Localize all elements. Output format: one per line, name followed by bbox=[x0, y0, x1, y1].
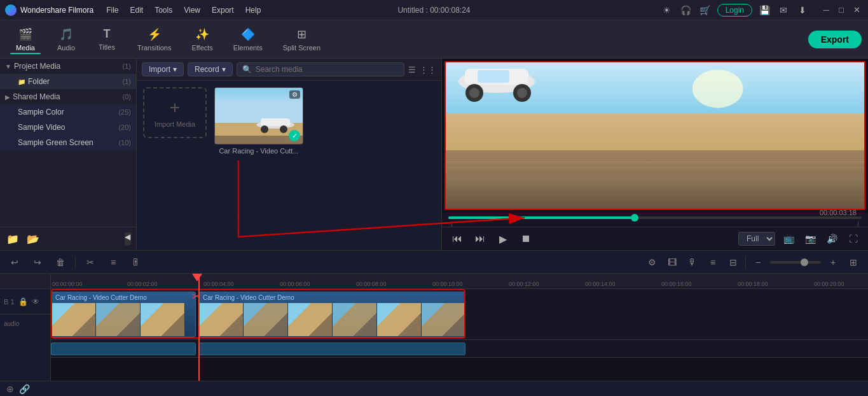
menu-edit[interactable]: Edit bbox=[125, 4, 149, 16]
media-panel: Import ▾ Record ▾ 🔍 ☰ ⋮⋮ + Import Media bbox=[137, 59, 442, 250]
menu-export[interactable]: Export bbox=[207, 4, 239, 16]
import-media-tile[interactable]: + Import Media bbox=[143, 87, 207, 138]
project-title: Untitled : 00:00:08:24 bbox=[397, 6, 470, 15]
media-thumbnail: ⚙ ✓ bbox=[214, 87, 303, 145]
audio-clip-1[interactable] bbox=[51, 343, 196, 355]
clip-thumb-9 bbox=[422, 303, 465, 336]
clip-thumb-8 bbox=[377, 303, 422, 336]
media-item-name: Car Racing - Video Cutt... bbox=[219, 147, 298, 155]
grid-icon[interactable]: ⋮⋮ bbox=[420, 65, 436, 74]
step-back-button[interactable]: ⏭ bbox=[471, 230, 489, 248]
timeline-left-controls: B 1 🔒 👁 audio bbox=[0, 274, 51, 381]
tool-media[interactable]: 🎬 Media bbox=[6, 25, 45, 54]
zoom-slider[interactable] bbox=[770, 261, 821, 264]
menu-file[interactable]: File bbox=[101, 4, 123, 16]
download-icon[interactable]: ⬇ bbox=[796, 3, 809, 17]
shared-media-item[interactable]: ▶ Shared Media (0) bbox=[0, 89, 136, 104]
login-button[interactable]: Login bbox=[717, 4, 752, 17]
headphone-icon[interactable]: 🎧 bbox=[679, 3, 693, 17]
menu-view[interactable]: View bbox=[179, 4, 205, 16]
import-folder-button[interactable]: 📂 bbox=[25, 231, 41, 246]
left-panel: ▼ Project Media (1) 📁 Folder (1) ▶ Share… bbox=[0, 59, 137, 250]
maximize-button[interactable]: □ bbox=[835, 4, 848, 17]
tool-audio[interactable]: 🎵 Audio bbox=[47, 25, 85, 54]
link-button[interactable]: 🔗 bbox=[19, 384, 30, 394]
fit-icon[interactable]: ⊞ bbox=[845, 254, 862, 271]
preview-controls: ⏮ ⏭ ▶ ⏹ Full 📺 📷 🔊 ⛶ bbox=[442, 227, 868, 250]
add-to-timeline-icon[interactable]: 📺 bbox=[780, 230, 797, 247]
menu-help[interactable]: Help bbox=[240, 4, 266, 16]
cart-icon[interactable]: 🛒 bbox=[698, 3, 712, 17]
search-input[interactable] bbox=[256, 65, 399, 74]
volume-icon[interactable]: 🔊 bbox=[823, 230, 840, 247]
tool-effects[interactable]: ✨ Effects bbox=[183, 25, 221, 54]
filter-icon[interactable]: ☰ bbox=[408, 65, 416, 74]
audio-button[interactable]: 🎚 bbox=[128, 254, 144, 271]
crop-button[interactable]: ≡ bbox=[105, 254, 121, 271]
media-item[interactable]: ⚙ ✓ Car Racing - Video Cutt... bbox=[214, 87, 303, 155]
play-button[interactable]: ▶ bbox=[494, 230, 512, 248]
chevron-down-icon: ▾ bbox=[222, 65, 226, 74]
redo-button[interactable]: ↪ bbox=[29, 254, 46, 271]
mail-icon[interactable]: ✉ bbox=[776, 3, 790, 17]
export-button[interactable]: Export bbox=[808, 31, 862, 48]
visibility-icon[interactable]: 👁 bbox=[32, 297, 39, 306]
undo-button[interactable]: ↩ bbox=[6, 254, 23, 271]
settings-icon[interactable]: ⚙ bbox=[644, 254, 660, 271]
save-icon[interactable]: 💾 bbox=[757, 3, 771, 17]
timeline-content: B 1 🔒 👁 audio 00:00:00:00 00:00:02:00 00… bbox=[0, 274, 868, 381]
timeline-right[interactable]: 00:00:00:00 00:00:02:00 00:00:04:00 00:0… bbox=[51, 274, 868, 381]
video-clip-2[interactable]: Car Racing - Video Cutter Demo bbox=[198, 292, 465, 337]
collapse-panel-button[interactable]: ◀ bbox=[125, 232, 131, 245]
tool-elements[interactable]: 🔷 Elements bbox=[224, 25, 272, 54]
track-icon[interactable]: 🎞 bbox=[664, 254, 680, 271]
minimize-button[interactable]: ─ bbox=[820, 4, 832, 17]
ruler-mark-5: 00:00:10:00 bbox=[432, 281, 463, 287]
split-screen-icon: ⊞ bbox=[297, 27, 307, 41]
speed-icon[interactable]: ≡ bbox=[705, 254, 721, 271]
search-box[interactable]: 🔍 bbox=[237, 62, 404, 76]
zoom-out-button[interactable]: − bbox=[750, 254, 766, 271]
cut-button[interactable]: ✂ bbox=[82, 254, 99, 271]
stop-button[interactable]: ⏹ bbox=[517, 230, 535, 248]
add-track-button[interactable]: ⊕ bbox=[6, 384, 14, 394]
rewind-button[interactable]: ⏮ bbox=[448, 230, 466, 248]
close-button[interactable]: ✕ bbox=[850, 4, 863, 17]
project-media-item[interactable]: ▼ Project Media (1) bbox=[0, 59, 136, 74]
video-clip-1[interactable]: Car Racing - Video Cutter Demo bbox=[51, 292, 196, 337]
clip-thumb-3 bbox=[141, 303, 185, 336]
snapshot-icon[interactable]: 📷 bbox=[802, 230, 818, 247]
new-folder-button[interactable]: 📁 bbox=[5, 231, 20, 246]
delete-button[interactable]: 🗑 bbox=[52, 254, 69, 271]
preview-progress-bar[interactable]: 00:00:03:18 bbox=[448, 216, 862, 219]
split-icon[interactable]: ⊟ bbox=[725, 254, 741, 271]
quality-select[interactable]: Full bbox=[738, 232, 775, 246]
progress-handle[interactable] bbox=[631, 214, 638, 222]
transitions-icon: ⚡ bbox=[148, 27, 162, 41]
panel-tree: ▼ Project Media (1) 📁 Folder (1) ▶ Share… bbox=[0, 59, 136, 227]
toolbar-divider bbox=[75, 256, 76, 269]
tool-split-screen[interactable]: ⊞ Split Screen bbox=[274, 25, 329, 54]
expand-icon: ▶ bbox=[5, 94, 10, 101]
sample-video-item[interactable]: Sample Video (20) bbox=[0, 120, 136, 135]
record-button[interactable]: Record ▾ bbox=[188, 62, 233, 76]
sun-icon[interactable]: ☀ bbox=[660, 3, 674, 17]
tool-titles[interactable]: T Titles bbox=[88, 25, 126, 53]
sample-color-item[interactable]: Sample Color (25) bbox=[0, 104, 136, 120]
tool-transitions[interactable]: ⚡ Transitions bbox=[128, 25, 180, 54]
svg-rect-4 bbox=[261, 118, 290, 126]
lock-icon[interactable]: 🔒 bbox=[18, 297, 28, 306]
audio-clip-2[interactable] bbox=[198, 343, 465, 355]
folder-item[interactable]: 📁 Folder (1) bbox=[0, 74, 136, 89]
menu-tools[interactable]: Tools bbox=[149, 4, 177, 16]
zoom-in-button[interactable]: + bbox=[825, 254, 841, 271]
fullscreen-icon[interactable]: ⛶ bbox=[845, 230, 862, 247]
preview-video bbox=[446, 62, 864, 209]
playhead-triangle bbox=[192, 274, 202, 281]
preview-area bbox=[444, 61, 865, 210]
audio-track-row bbox=[51, 340, 868, 358]
plus-icon: + bbox=[170, 97, 180, 118]
sample-green-screen-item[interactable]: Sample Green Screen (10) bbox=[0, 135, 136, 150]
mic-icon[interactable]: 🎙 bbox=[684, 254, 701, 271]
import-button[interactable]: Import ▾ bbox=[142, 62, 184, 76]
